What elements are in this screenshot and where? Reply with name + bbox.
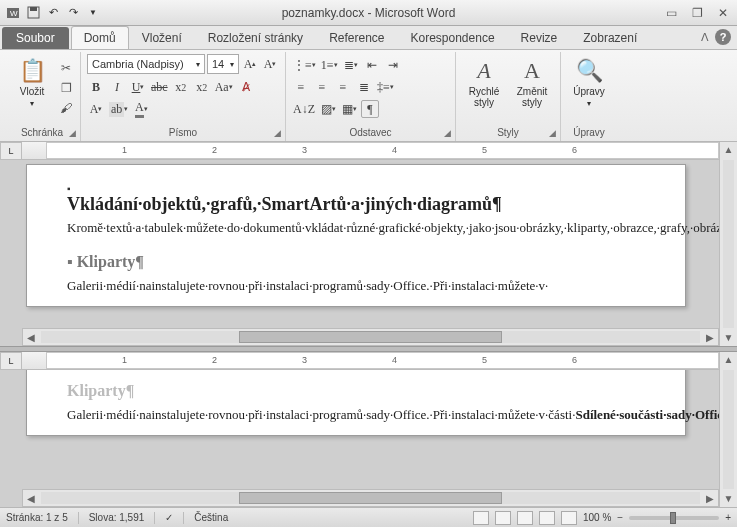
tab-mailings[interactable]: Korespondence <box>398 26 508 49</box>
quick-styles-button[interactable]: A Rychlé styly <box>462 54 506 108</box>
justify-button[interactable]: ≣ <box>355 78 373 96</box>
view-fullscreen-button[interactable] <box>495 511 511 525</box>
shrink-font-button[interactable]: A▾ <box>261 55 279 73</box>
numbering-button[interactable]: 1≡▾ <box>320 56 339 74</box>
clear-formatting-button[interactable]: A̷ <box>237 78 255 96</box>
tab-view[interactable]: Zobrazení <box>570 26 650 49</box>
scroll-left-icon[interactable]: ◀ <box>23 493 39 504</box>
horizontal-ruler-bottom[interactable]: 1 2 3 4 5 6 <box>22 352 719 370</box>
group-editing: 🔍 Úpravy ▾ Úpravy <box>561 52 617 141</box>
view-draft-button[interactable] <box>561 511 577 525</box>
scroll-track[interactable] <box>41 331 700 343</box>
underline-button[interactable]: U▾ <box>129 78 147 96</box>
tab-selector[interactable]: L <box>0 352 22 370</box>
tab-home[interactable]: Domů <box>71 26 129 49</box>
shading-button[interactable]: ▨▾ <box>319 100 337 118</box>
page-viewport-bottom[interactable]: Kliparty¶ Galerii·médií·nainstalujete·ro… <box>22 370 719 489</box>
highlight-button[interactable]: ab▾ <box>108 100 129 118</box>
borders-button[interactable]: ▦▾ <box>340 100 358 118</box>
scroll-track[interactable] <box>723 160 734 328</box>
zoom-level[interactable]: 100 % <box>583 512 611 523</box>
paste-button[interactable]: 📋 Vložit ▾ <box>10 54 54 108</box>
superscript-button[interactable]: x2 <box>193 78 211 96</box>
word-app-icon[interactable]: W <box>4 4 22 22</box>
view-print-layout-button[interactable] <box>473 511 489 525</box>
tab-selector[interactable]: L <box>0 142 22 160</box>
font-size-combo[interactable]: 14▾ <box>207 54 239 74</box>
horizontal-scrollbar-bottom[interactable]: ◀ ▶ <box>22 489 719 507</box>
align-center-button[interactable]: ≡ <box>313 78 331 96</box>
tab-insert[interactable]: Vložení <box>129 26 195 49</box>
scroll-left-icon[interactable]: ◀ <box>23 332 39 343</box>
horizontal-ruler-top[interactable]: 1 2 3 4 5 6 <box>22 142 719 160</box>
scroll-thumb[interactable] <box>239 492 503 504</box>
scroll-down-icon[interactable]: ▼ <box>720 491 737 507</box>
close-button[interactable]: ✕ <box>713 5 733 21</box>
bold-button[interactable]: B <box>87 78 105 96</box>
view-outline-button[interactable] <box>539 511 555 525</box>
status-words[interactable]: Slova: 1,591 <box>89 512 145 523</box>
clipboard-launcher-icon[interactable]: ◢ <box>66 127 78 139</box>
scroll-down-icon[interactable]: ▼ <box>720 330 737 346</box>
zoom-in-button[interactable]: + <box>725 512 731 523</box>
align-right-button[interactable]: ≡ <box>334 78 352 96</box>
status-language[interactable]: Čeština <box>194 512 228 523</box>
scroll-up-icon[interactable]: ▲ <box>720 352 737 368</box>
subscript-button[interactable]: x2 <box>172 78 190 96</box>
format-painter-icon[interactable]: 🖌 <box>58 100 74 116</box>
tab-review[interactable]: Revize <box>508 26 571 49</box>
tab-page-layout[interactable]: Rozložení stránky <box>195 26 316 49</box>
window-controls: ▭ ❐ ✕ <box>661 5 733 21</box>
vertical-scrollbar-bottom[interactable]: ▲ ▼ <box>719 352 737 507</box>
multilevel-button[interactable]: ≣▾ <box>342 56 360 74</box>
text-effects-button[interactable]: A▾ <box>87 100 105 118</box>
increase-indent-button[interactable]: ⇥ <box>384 56 402 74</box>
qat-customize-icon[interactable]: ▼ <box>84 4 102 22</box>
maximize-button[interactable]: ❐ <box>687 5 707 21</box>
horizontal-scrollbar-top[interactable]: ◀ ▶ <box>22 328 719 346</box>
paragraph-launcher-icon[interactable]: ◢ <box>441 127 453 139</box>
quick-styles-label: Rychlé styly <box>462 86 506 108</box>
cut-icon[interactable]: ✂ <box>58 60 74 76</box>
title-bar: W ↶ ↷ ▼ poznamky.docx - Microsoft Word ▭… <box>0 0 737 26</box>
copy-icon[interactable]: ❐ <box>58 80 74 96</box>
decrease-indent-button[interactable]: ⇤ <box>363 56 381 74</box>
zoom-out-button[interactable]: − <box>617 512 623 523</box>
italic-button[interactable]: I <box>108 78 126 96</box>
file-tab[interactable]: Soubor <box>2 27 69 49</box>
grow-font-button[interactable]: A▴ <box>241 55 259 73</box>
save-icon[interactable] <box>24 4 42 22</box>
page-viewport-top[interactable]: ▪ Vkládání·objektů,·grafů,·SmartArtů·a·j… <box>22 160 719 328</box>
change-case-button[interactable]: Aa▾ <box>214 78 234 96</box>
styles-launcher-icon[interactable]: ◢ <box>546 127 558 139</box>
show-marks-button[interactable]: ¶ <box>361 100 379 118</box>
status-page[interactable]: Stránka: 1 z 5 <box>6 512 68 523</box>
redo-icon[interactable]: ↷ <box>64 4 82 22</box>
scroll-up-icon[interactable]: ▲ <box>720 142 737 158</box>
scroll-track[interactable] <box>41 492 700 504</box>
status-proofing-icon[interactable]: ✓ <box>165 512 173 523</box>
zoom-slider[interactable] <box>629 516 719 520</box>
undo-icon[interactable]: ↶ <box>44 4 62 22</box>
scroll-track[interactable] <box>723 370 734 489</box>
zoom-thumb[interactable] <box>670 512 676 524</box>
view-web-button[interactable] <box>517 511 533 525</box>
scroll-right-icon[interactable]: ▶ <box>702 332 718 343</box>
minimize-button[interactable]: ▭ <box>661 5 681 21</box>
editing-button[interactable]: 🔍 Úpravy ▾ <box>567 54 611 108</box>
scroll-right-icon[interactable]: ▶ <box>702 493 718 504</box>
strikethrough-button[interactable]: abc <box>150 78 169 96</box>
line-spacing-button[interactable]: ‡≡▾ <box>376 78 395 96</box>
sort-button[interactable]: A↓Z <box>292 100 316 118</box>
font-color-button[interactable]: A▾ <box>132 100 150 118</box>
vertical-scrollbar-top[interactable]: ▲ ▼ <box>719 142 737 346</box>
scroll-thumb[interactable] <box>239 331 503 343</box>
change-styles-button[interactable]: A Změnit styly <box>510 54 554 108</box>
bullets-button[interactable]: ⋮≡▾ <box>292 56 317 74</box>
font-launcher-icon[interactable]: ◢ <box>271 127 283 139</box>
help-icon[interactable]: ? <box>715 29 731 45</box>
ribbon-minimize-icon[interactable]: ᐱ <box>701 31 709 44</box>
font-name-combo[interactable]: Cambria (Nadpisy)▾ <box>87 54 205 74</box>
tab-references[interactable]: Reference <box>316 26 397 49</box>
align-left-button[interactable]: ≡ <box>292 78 310 96</box>
